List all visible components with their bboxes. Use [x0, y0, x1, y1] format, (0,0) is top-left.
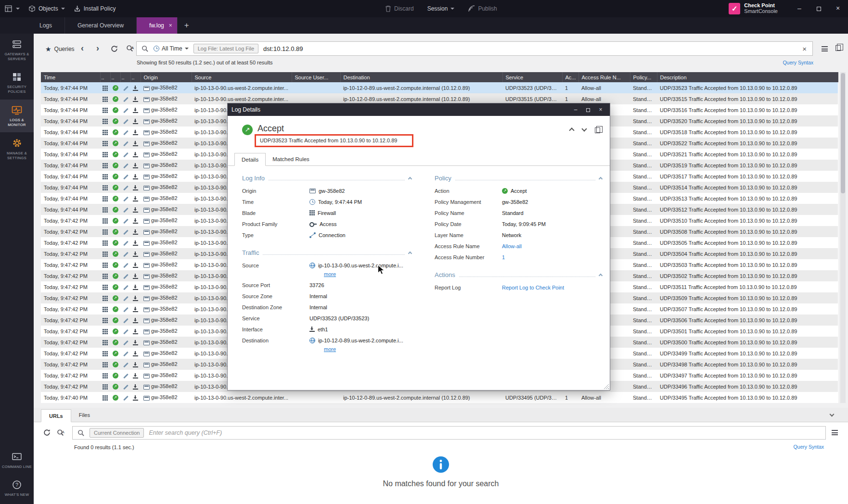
refresh-button[interactable] — [43, 429, 51, 436]
copy-log-button[interactable] — [595, 127, 600, 133]
navigation-sidebar: GATEWAYS & SERVERS SECURITY POLICIES LOG… — [0, 34, 34, 504]
vertical-scrollbar[interactable] — [840, 72, 846, 403]
export-icon[interactable] — [835, 45, 841, 51]
tab-urls[interactable]: URLs — [41, 409, 71, 422]
col-service[interactable]: Service — [502, 72, 562, 82]
dialog-close-button[interactable]: × — [595, 104, 606, 115]
detail-row: Product FamilyAccess — [242, 218, 411, 229]
publish-button[interactable]: Publish — [468, 5, 497, 12]
tab-general-overview[interactable]: General Overview — [65, 17, 137, 34]
collapse-panel-icon[interactable] — [830, 412, 835, 417]
clear-query-button[interactable]: × — [801, 45, 808, 53]
detail-value[interactable]: ip-10-12-0-89.us-west-2.compute.i... — [309, 338, 403, 343]
forward-button[interactable]: › — [96, 43, 99, 53]
table-settings-menu-icon[interactable] — [822, 46, 828, 51]
col-source[interactable]: Source — [192, 72, 292, 82]
window-minimize-button[interactable]: – — [793, 3, 806, 14]
previous-log-button[interactable] — [569, 127, 574, 133]
dialog-titlebar[interactable]: Log Details – × — [228, 103, 610, 116]
col-access-rule-name[interactable]: Access Rule N... — [578, 72, 630, 82]
table-row[interactable]: Today, 9:47:44 PM gw-358e82 ip-10-13-0-9… — [41, 82, 838, 93]
log-query-bar[interactable]: All Time Log File: Latest Log File × — [136, 41, 813, 56]
col-time[interactable]: Time — [41, 72, 100, 82]
window-close-button[interactable]: × — [832, 3, 844, 14]
more-link[interactable]: more — [324, 346, 411, 354]
refresh-button[interactable] — [111, 45, 118, 52]
new-tab-button[interactable]: + — [178, 17, 196, 34]
dialog-minimize-button[interactable]: – — [570, 104, 581, 115]
install-policy-button[interactable]: Install Policy — [74, 5, 116, 13]
col-destination[interactable]: Destination — [340, 72, 502, 82]
inbound-interface-icon — [133, 218, 138, 224]
inbound-interface-icon — [133, 174, 138, 179]
tab-details[interactable]: Details — [234, 153, 266, 166]
auto-refresh-search-button[interactable]: A — [126, 45, 134, 53]
col-interface-icon[interactable]: .. — [130, 72, 141, 82]
close-tab-icon[interactable]: × — [169, 22, 172, 29]
sidebar-item-command-line[interactable]: COMMAND LINE — [0, 447, 34, 474]
search-icon — [77, 429, 85, 437]
detail-value[interactable]: Allow-all — [502, 243, 522, 249]
section-toggle[interactable]: Traffic — [242, 247, 411, 258]
col-origin[interactable]: Origin — [141, 72, 192, 82]
current-connection-chip[interactable]: Current Connection — [90, 428, 144, 438]
sidebar-item-security-policies[interactable]: SECURITY POLICIES — [0, 66, 34, 99]
discard-button[interactable]: Discard — [385, 5, 414, 12]
back-button[interactable]: ‹ — [81, 43, 84, 53]
section-toggle[interactable]: Actions — [435, 269, 602, 280]
panel-search-bar[interactable]: Current Connection — [72, 426, 826, 440]
detail-value[interactable]: 1 — [502, 254, 505, 260]
col-policy[interactable]: Policy... — [630, 72, 657, 82]
table-row[interactable]: Today, 9:47:40 PM gw-358e82 ip-10-13-0-9… — [41, 392, 838, 403]
sidebar-item-manage-settings[interactable]: MANAGE & SETTINGS — [0, 132, 34, 165]
more-link[interactable]: more — [324, 271, 411, 279]
col-description[interactable]: Description — [657, 72, 838, 82]
section-toggle[interactable]: Log Info — [242, 173, 411, 183]
query-input[interactable] — [263, 45, 797, 52]
panel-search-input[interactable] — [149, 429, 821, 436]
col-action-icon[interactable]: .. — [110, 72, 120, 82]
tab-matched-rules[interactable]: Matched Rules — [266, 153, 316, 165]
sidebar-item-whats-new[interactable]: ? WHAT'S NEW — [0, 474, 34, 504]
col-access-rule-number[interactable]: Ac... — [562, 72, 578, 82]
sidebar-item-logs-monitor[interactable]: LOGS & MONITOR — [0, 100, 34, 132]
col-blade-icon[interactable]: .. — [100, 72, 110, 82]
accept-action-icon — [113, 185, 118, 190]
tab-logs[interactable]: Logs — [27, 17, 65, 34]
app-menu-button[interactable] — [5, 5, 20, 13]
next-log-button[interactable] — [581, 126, 587, 131]
panel-menu-icon[interactable] — [832, 430, 838, 435]
query-syntax-link[interactable]: Query Syntax — [793, 444, 824, 450]
tab-files[interactable]: Files — [71, 409, 98, 422]
blade-firewall-icon — [103, 174, 108, 179]
card-icon — [309, 189, 316, 193]
gateway-icon — [143, 175, 150, 179]
col-source-user[interactable]: Source User... — [292, 72, 340, 82]
session-menu-button[interactable]: Session — [427, 5, 455, 12]
detail-value[interactable]: ip-10-13-0-90.us-west-2.compute.i... — [309, 263, 403, 268]
sidebar-item-gateways-servers[interactable]: GATEWAYS & SERVERS — [0, 34, 34, 66]
objects-menu-button[interactable]: Objects — [28, 5, 65, 13]
tab-fwlog[interactable]: fw.log × — [137, 17, 178, 34]
inbound-interface-icon — [133, 329, 138, 334]
time-filter-dropdown[interactable]: All Time — [154, 45, 189, 52]
scrollbar-thumb[interactable] — [841, 73, 845, 193]
auto-refresh-search-button[interactable]: A — [57, 429, 65, 437]
resize-grip[interactable] — [604, 384, 609, 389]
window-restore-button[interactable] — [812, 3, 825, 14]
detail-value[interactable]: Report Log to Check Point — [502, 285, 564, 290]
log-file-filter-chip[interactable]: Log File: Latest Log File — [193, 44, 258, 53]
queries-button[interactable]: ★ Queries — [45, 45, 75, 53]
query-syntax-link[interactable]: Query Syntax — [783, 60, 813, 65]
blade-firewall-icon — [103, 329, 108, 334]
table-header-row[interactable]: Time .. .. .. .. Origin Source Source Us… — [41, 72, 838, 82]
col-type-icon[interactable]: .. — [120, 72, 130, 82]
detail-row: Policy DateToday, 9:09:45 PM — [435, 218, 602, 229]
dialog-maximize-button[interactable] — [583, 104, 593, 115]
detail-value: gw-358e82 — [309, 188, 345, 194]
log-details-dialog: Log Details – × Accept UDP/33523 Traffic… — [227, 103, 610, 391]
bottom-panel-tabs: URLs Files — [34, 408, 848, 422]
section-toggle[interactable]: Policy — [435, 173, 602, 183]
gateway-icon — [143, 97, 150, 102]
accept-action-icon — [113, 362, 118, 367]
